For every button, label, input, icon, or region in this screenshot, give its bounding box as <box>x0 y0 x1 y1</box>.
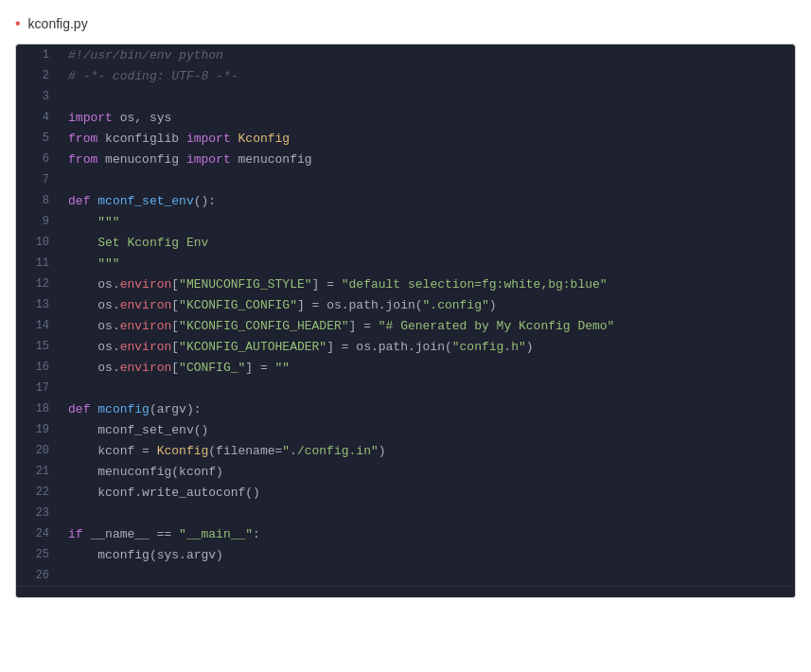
filename: kconfig.py <box>28 16 88 31</box>
table-row: 10 Set Kconfig Env <box>16 232 795 253</box>
line-number: 18 <box>16 398 61 419</box>
table-row: 23 <box>16 503 795 523</box>
line-code: #!/usr/bin/env python <box>61 44 795 65</box>
table-row: 7 <box>16 169 795 190</box>
line-number: 25 <box>16 544 61 565</box>
line-code: menuconfig(kconf) <box>61 461 795 482</box>
line-number: 10 <box>16 232 61 253</box>
line-code: def mconf_set_env(): <box>61 190 795 211</box>
line-number: 22 <box>16 482 61 503</box>
line-code: kconf.write_autoconf() <box>61 482 795 503</box>
table-row: 2# -*- coding: UTF-8 -*- <box>16 65 795 86</box>
table-row: 26 <box>16 565 795 586</box>
line-code: # -*- coding: UTF-8 -*- <box>61 65 795 86</box>
line-number: 3 <box>16 86 61 107</box>
line-code <box>61 378 795 398</box>
table-row: 1#!/usr/bin/env python <box>16 44 795 65</box>
line-code: kconf = Kconfig(filename="./config.in") <box>61 440 795 461</box>
line-code <box>61 565 795 586</box>
table-row: 13 os.environ["KCONFIG_CONFIG"] = os.pat… <box>16 294 795 315</box>
table-row: 4import os, sys <box>16 107 795 128</box>
line-code: import os, sys <box>61 107 795 128</box>
line-code: from menuconfig import menuconfig <box>61 149 795 169</box>
line-number: 17 <box>16 378 61 398</box>
line-code: """ <box>61 211 795 232</box>
line-code: from kconfiglib import Kconfig <box>61 128 795 149</box>
line-number: 1 <box>16 44 61 65</box>
table-row: 11 """ <box>16 253 795 274</box>
bottom-scrollbar[interactable] <box>16 586 795 597</box>
line-number: 15 <box>16 336 61 357</box>
file-header: • kconfig.py <box>15 15 796 32</box>
line-number: 26 <box>16 565 61 586</box>
line-code: os.environ["MENUCONFIG_STYLE"] = "defaul… <box>61 274 795 294</box>
table-row: 17 <box>16 378 795 398</box>
table-row: 20 kconf = Kconfig(filename="./config.in… <box>16 440 795 461</box>
line-number: 19 <box>16 419 61 440</box>
line-code: os.environ["CONFIG_"] = "" <box>61 357 795 378</box>
line-number: 7 <box>16 169 61 190</box>
line-code: mconfig(sys.argv) <box>61 544 795 565</box>
line-number: 13 <box>16 294 61 315</box>
bullet-icon: • <box>15 15 21 32</box>
table-row: 22 kconf.write_autoconf() <box>16 482 795 503</box>
line-number: 12 <box>16 274 61 294</box>
table-row: 14 os.environ["KCONFIG_CONFIG_HEADER"] =… <box>16 315 795 336</box>
table-row: 12 os.environ["MENUCONFIG_STYLE"] = "def… <box>16 274 795 294</box>
table-row: 8def mconf_set_env(): <box>16 190 795 211</box>
line-number: 23 <box>16 503 61 523</box>
line-code: if __name__ == "__main__": <box>61 523 795 544</box>
line-code: os.environ["KCONFIG_CONFIG"] = os.path.j… <box>61 294 795 315</box>
line-code <box>61 503 795 523</box>
line-code: os.environ["KCONFIG_AUTOHEADER"] = os.pa… <box>61 336 795 357</box>
line-code: mconf_set_env() <box>61 419 795 440</box>
table-row: 25 mconfig(sys.argv) <box>16 544 795 565</box>
line-number: 5 <box>16 128 61 149</box>
table-row: 24if __name__ == "__main__": <box>16 523 795 544</box>
table-row: 5from kconfiglib import Kconfig <box>16 128 795 149</box>
table-row: 15 os.environ["KCONFIG_AUTOHEADER"] = os… <box>16 336 795 357</box>
line-number: 14 <box>16 315 61 336</box>
line-number: 9 <box>16 211 61 232</box>
table-row: 3 <box>16 86 795 107</box>
line-code <box>61 86 795 107</box>
line-number: 8 <box>16 190 61 211</box>
line-number: 6 <box>16 149 61 169</box>
code-scroll[interactable]: 1#!/usr/bin/env python2# -*- coding: UTF… <box>16 44 795 586</box>
line-number: 21 <box>16 461 61 482</box>
table-row: 16 os.environ["CONFIG_"] = "" <box>16 357 795 378</box>
code-container: 1#!/usr/bin/env python2# -*- coding: UTF… <box>15 44 796 598</box>
code-table: 1#!/usr/bin/env python2# -*- coding: UTF… <box>16 44 795 586</box>
line-number: 2 <box>16 65 61 86</box>
line-number: 20 <box>16 440 61 461</box>
line-code: def mconfig(argv): <box>61 398 795 419</box>
table-row: 9 """ <box>16 211 795 232</box>
table-row: 6from menuconfig import menuconfig <box>16 149 795 169</box>
line-number: 11 <box>16 253 61 274</box>
table-row: 21 menuconfig(kconf) <box>16 461 795 482</box>
line-number: 16 <box>16 357 61 378</box>
table-row: 18def mconfig(argv): <box>16 398 795 419</box>
line-number: 4 <box>16 107 61 128</box>
line-code: os.environ["KCONFIG_CONFIG_HEADER"] = "#… <box>61 315 795 336</box>
line-code: """ <box>61 253 795 274</box>
line-number: 24 <box>16 523 61 544</box>
line-code <box>61 169 795 190</box>
table-row: 19 mconf_set_env() <box>16 419 795 440</box>
line-code: Set Kconfig Env <box>61 232 795 253</box>
